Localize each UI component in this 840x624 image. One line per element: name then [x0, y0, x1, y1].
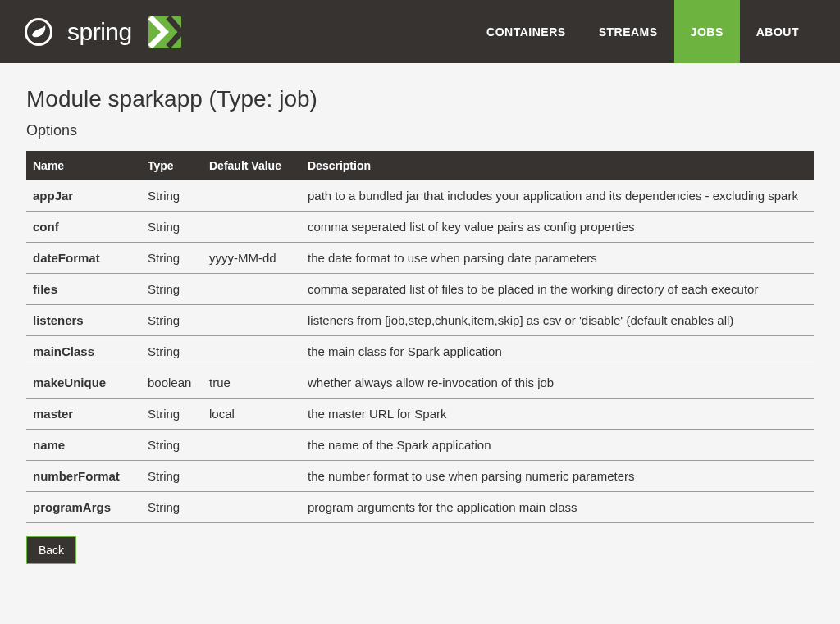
option-default: [203, 305, 301, 336]
option-name: listeners: [26, 305, 141, 336]
page-title: Module sparkapp (Type: job): [26, 86, 814, 112]
nav-item-containers[interactable]: CONTAINERS: [470, 0, 582, 63]
option-type: String: [141, 305, 203, 336]
option-name: dateFormat: [26, 243, 141, 274]
option-description: the master URL for Spark: [301, 399, 814, 430]
brand-text: spring: [67, 18, 132, 46]
table-row: listenersStringlisteners from [job,step,…: [26, 305, 814, 336]
col-header-description: Description: [301, 151, 814, 180]
col-header-default: Default Value: [203, 151, 301, 180]
option-description: listeners from [job,step,chunk,item,skip…: [301, 305, 814, 336]
option-description: the main class for Spark application: [301, 336, 814, 367]
table-row: makeUniquebooleantruewhether always allo…: [26, 367, 814, 399]
option-default: [203, 430, 301, 461]
col-header-name: Name: [26, 151, 141, 180]
table-row: numberFormatStringthe number format to u…: [26, 461, 814, 492]
option-description: the name of the Spark application: [301, 430, 814, 461]
option-type: String: [141, 336, 203, 367]
table-row: appJarStringpath to a bundled jar that i…: [26, 180, 814, 212]
option-name: name: [26, 430, 141, 461]
option-description: program arguments for the application ma…: [301, 492, 814, 523]
nav-item-jobs[interactable]: JOBS: [674, 0, 740, 63]
main-nav: CONTAINERSSTREAMSJOBSABOUT: [470, 0, 815, 63]
option-type: String: [141, 212, 203, 243]
option-type: String: [141, 399, 203, 430]
table-row: confStringcomma seperated list of key va…: [26, 212, 814, 243]
option-default: [203, 336, 301, 367]
table-header-row: Name Type Default Value Description: [26, 151, 814, 180]
option-description: the date format to use when parsing date…: [301, 243, 814, 274]
col-header-type: Type: [141, 151, 203, 180]
option-description: whether always allow re-invocation of th…: [301, 367, 814, 399]
option-default: yyyy-MM-dd: [203, 243, 301, 274]
option-default: [203, 461, 301, 492]
option-name: master: [26, 399, 141, 430]
table-row: dateFormatStringyyyy-MM-ddthe date forma…: [26, 243, 814, 274]
option-description: comma separated list of files to be plac…: [301, 274, 814, 305]
brand: spring: [25, 16, 181, 48]
option-name: numberFormat: [26, 461, 141, 492]
table-row: filesStringcomma separated list of files…: [26, 274, 814, 305]
topbar: spring CONTAINERSSTREAMSJOBSABOUT: [0, 0, 840, 63]
table-row: masterStringlocalthe master URL for Spar…: [26, 399, 814, 430]
option-name: appJar: [26, 180, 141, 212]
option-type: String: [141, 430, 203, 461]
option-description: path to a bundled jar that includes your…: [301, 180, 814, 212]
main-content: Module sparkapp (Type: job) Options Name…: [0, 63, 840, 590]
table-row: programArgsStringprogram arguments for t…: [26, 492, 814, 523]
option-type: String: [141, 180, 203, 212]
option-name: files: [26, 274, 141, 305]
option-name: programArgs: [26, 492, 141, 523]
option-default: local: [203, 399, 301, 430]
option-type: String: [141, 243, 203, 274]
back-button[interactable]: Back: [26, 536, 76, 564]
option-description: the number format to use when parsing nu…: [301, 461, 814, 492]
table-row: mainClassStringthe main class for Spark …: [26, 336, 814, 367]
option-name: conf: [26, 212, 141, 243]
option-type: String: [141, 492, 203, 523]
section-title: Options: [26, 122, 814, 139]
option-type: boolean: [141, 367, 203, 399]
option-default: [203, 274, 301, 305]
option-name: makeUnique: [26, 367, 141, 399]
options-table: Name Type Default Value Description appJ…: [26, 151, 814, 523]
option-default: [203, 180, 301, 212]
nav-item-streams[interactable]: STREAMS: [582, 0, 674, 63]
option-default: true: [203, 367, 301, 399]
option-default: [203, 492, 301, 523]
option-type: String: [141, 461, 203, 492]
table-row: nameStringthe name of the Spark applicat…: [26, 430, 814, 461]
nav-item-about[interactable]: ABOUT: [740, 0, 815, 63]
option-description: comma seperated list of key value pairs …: [301, 212, 814, 243]
option-default: [203, 212, 301, 243]
spring-logo-icon: [25, 18, 52, 46]
xd-logo-icon: [148, 16, 181, 48]
option-type: String: [141, 274, 203, 305]
option-name: mainClass: [26, 336, 141, 367]
